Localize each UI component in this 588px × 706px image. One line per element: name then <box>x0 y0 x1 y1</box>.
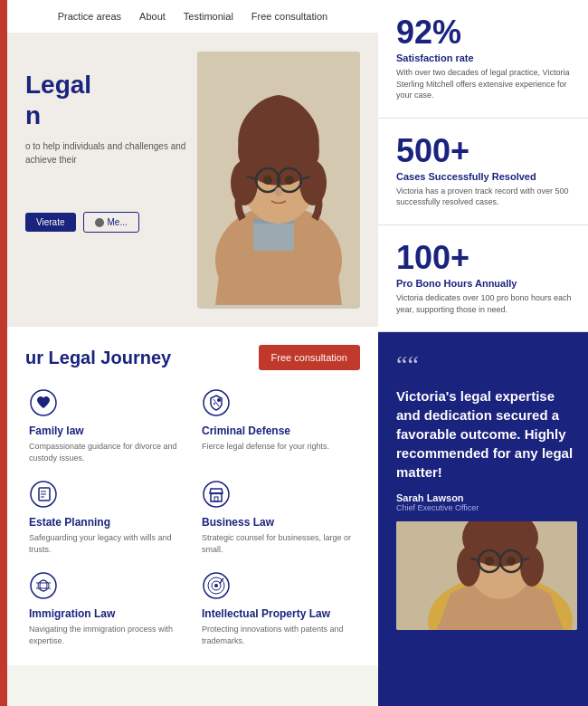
svg-line-41 <box>220 580 222 584</box>
hero-section: Legal n o to help individuals and challe… <box>7 33 378 327</box>
circle-icon <box>95 218 104 227</box>
svg-point-40 <box>214 584 218 587</box>
nav-testimonial[interactable]: Testimonial <box>184 11 233 22</box>
svg-point-21 <box>217 398 221 402</box>
business-law-name: Business Law <box>202 516 356 529</box>
svg-point-16 <box>263 176 272 185</box>
stat-satisfaction-label: Satisfaction rate <box>396 52 577 63</box>
more-button[interactable]: Me... <box>83 212 139 233</box>
left-red-bar <box>0 0 7 706</box>
stat-satisfaction-number: 92% <box>396 16 577 49</box>
svg-point-57 <box>507 557 516 566</box>
vierate-button[interactable]: Vierate <box>25 213 76 232</box>
globe-icon <box>29 571 58 600</box>
immigration-law-desc: Navigating the immigration process with … <box>29 624 184 646</box>
hero-subtitle: o to help individuals and challenges and… <box>25 139 188 167</box>
quote-icon: ““ <box>396 350 577 379</box>
nav-about[interactable]: About <box>139 11 166 22</box>
stat-cases-number: 500+ <box>396 135 577 167</box>
hero-buttons: Vierate Me... <box>25 212 188 233</box>
stat-probono-desc: Victoria dedicates over 100 pro bono hou… <box>396 292 577 315</box>
testimonial-author: Sarah Lawson <box>396 492 577 503</box>
practice-business-law: Business Law Strategic counsel for busin… <box>202 480 356 555</box>
left-panel: Practice areas About Testimonial Free co… <box>7 0 378 706</box>
criminal-defense-desc: Fierce legal defense for your rights. <box>202 441 356 453</box>
hero-image <box>197 52 360 309</box>
practice-grid: Family law Compassionate guidance for di… <box>25 388 360 647</box>
testimonial-role: Chief Executive Officer <box>396 503 577 512</box>
hero-title: Legal n <box>25 70 188 130</box>
stat-satisfaction: 92% Satisfaction rate With over two deca… <box>378 0 588 119</box>
svg-rect-4 <box>253 219 294 251</box>
criminal-defense-name: Criminal Defense <box>202 425 356 437</box>
stat-probono: 100+ Pro Bono Hours Annually Victoria de… <box>378 225 588 332</box>
svg-point-34 <box>40 580 47 591</box>
practice-criminal-defense: Criminal Defense Fierce legal defense fo… <box>202 388 356 463</box>
svg-point-49 <box>520 547 544 587</box>
estate-planning-desc: Safeguarding your legacy with wills and … <box>29 532 184 555</box>
journey-header: ur Legal Journey Free consultation <box>25 345 360 370</box>
nav-bar: Practice areas About Testimonial Free co… <box>7 0 378 33</box>
ip-law-name: Intellectual Property Law <box>202 607 356 620</box>
family-law-name: Family law <box>29 425 184 437</box>
right-panel: 92% Satisfaction rate With over two deca… <box>378 0 588 706</box>
family-law-desc: Compassionate guidance for divorce and c… <box>29 441 184 463</box>
target-icon <box>202 571 231 600</box>
journey-section: ur Legal Journey Free consultation Famil… <box>7 327 378 665</box>
stat-cases-desc: Victoria has a proven track record with … <box>396 186 577 208</box>
stat-cases-label: Cases Successfully Resolved <box>396 171 577 182</box>
journey-title: ur Legal Journey <box>25 348 171 368</box>
testimonial-text: Victoria's legal expertise and dedicatio… <box>396 386 577 482</box>
svg-point-22 <box>213 403 215 405</box>
stat-satisfaction-desc: With over two decades of legal practice,… <box>396 67 577 101</box>
estate-planning-name: Estate Planning <box>29 516 184 529</box>
nav-consultation[interactable]: Free consultation <box>251 11 327 22</box>
svg-point-32 <box>31 573 56 598</box>
business-law-desc: Strategic counsel for businesses, large … <box>202 532 356 555</box>
heart-icon <box>29 388 58 417</box>
svg-point-10 <box>299 160 327 205</box>
ip-law-desc: Protecting innovations with patents and … <box>202 624 356 646</box>
svg-line-42 <box>222 578 223 580</box>
stat-probono-label: Pro Bono Hours Annually <box>396 278 577 289</box>
nav-practice-areas[interactable]: Practice areas <box>58 11 121 22</box>
testimonial-photo <box>396 521 577 630</box>
svg-point-18 <box>275 187 282 196</box>
consultation-button[interactable]: Free consultation <box>259 345 360 370</box>
shield-icon <box>202 388 231 417</box>
stat-probono-number: 100+ <box>396 242 577 274</box>
hero-text: Legal n o to help individuals and challe… <box>25 52 188 309</box>
practice-ip-law: Intellectual Property Law Protecting inn… <box>202 571 356 646</box>
practice-family-law: Family law Compassionate guidance for di… <box>29 388 184 463</box>
immigration-law-name: Immigration Law <box>29 607 184 620</box>
svg-point-48 <box>457 547 480 587</box>
stat-cases: 500+ Cases Successfully Resolved Victori… <box>378 119 588 225</box>
practice-immigration-law: Immigration Law Navigating the immigrati… <box>29 571 184 646</box>
svg-point-9 <box>231 160 258 205</box>
svg-point-17 <box>285 176 294 185</box>
document-icon <box>29 480 58 509</box>
testimonial-block: ““ Victoria's legal expertise and dedica… <box>378 332 588 706</box>
store-icon <box>202 480 231 509</box>
practice-estate-planning: Estate Planning Safeguarding your legacy… <box>29 480 184 555</box>
svg-point-56 <box>485 557 494 566</box>
